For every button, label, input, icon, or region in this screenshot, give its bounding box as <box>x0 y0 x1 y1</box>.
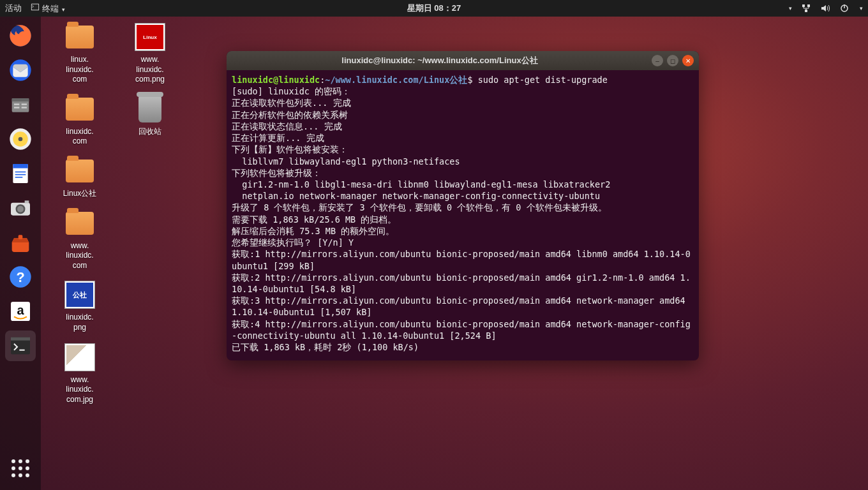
terminal-titlebar[interactable]: linuxidc@linuxidc: ~/www.linuxidc.com/Li… <box>227 51 699 70</box>
dock-files[interactable] <box>5 89 36 120</box>
dock-software[interactable] <box>5 227 36 258</box>
svg-rect-22 <box>15 177 23 178</box>
network-icon[interactable] <box>801 3 811 13</box>
svg-text:?: ? <box>16 269 24 285</box>
volume-icon[interactable] <box>820 3 830 13</box>
chevron-down-icon: ▾ <box>62 6 65 13</box>
desktop-icon[interactable]: linux.linuxidc.com <box>51 22 108 85</box>
folder-icon <box>66 212 94 235</box>
dock-firefox[interactable] <box>5 20 36 51</box>
top-bar: 活动 终端 ▾ 星期日 08：27 ▾ ▾ <box>0 0 868 17</box>
desktop-icon[interactable]: www.linuxidc.com <box>51 208 108 271</box>
apps-button[interactable] <box>5 453 36 484</box>
desktop-icon[interactable]: 公社linuxidc.png <box>51 279 108 332</box>
desktop: linux.linuxidc.comlinuxidc.comLinux公社www… <box>51 22 179 405</box>
svg-rect-10 <box>12 98 29 101</box>
desktop-icon[interactable]: Linuxwww.linuxidc.com.png <box>121 22 179 85</box>
folder-icon <box>66 98 94 121</box>
svg-rect-21 <box>15 174 26 175</box>
amazon-icon: a <box>8 299 33 324</box>
desktop-icon[interactable]: linuxidc.com <box>51 94 108 147</box>
dock-help[interactable]: ? <box>5 262 36 292</box>
dock-terminal[interactable] <box>5 330 36 361</box>
folder-icon <box>66 160 94 182</box>
svg-rect-33 <box>11 338 30 341</box>
writer-icon <box>8 161 33 186</box>
terminal-body[interactable]: linuxidc@linuxidc:~/www.linuxidc.com/Lin… <box>227 70 699 360</box>
svg-point-25 <box>17 206 24 212</box>
image-thumbnail-icon: 公社 <box>64 281 95 309</box>
firefox-icon <box>8 23 33 48</box>
svg-text:a: a <box>17 303 24 317</box>
terminal-small-icon <box>31 3 40 11</box>
app-menu[interactable]: 终端 ▾ <box>31 3 65 15</box>
input-source-indicator[interactable]: ▾ <box>789 5 792 11</box>
dock-thunderbird[interactable] <box>5 55 36 85</box>
folder-icon <box>66 26 94 48</box>
svg-rect-11 <box>14 103 19 105</box>
window-title: linuxidc@linuxidc: ~/www.linuxidc.com/Li… <box>232 55 648 66</box>
desktop-icon-label: www.linuxidc.com.png <box>135 55 165 85</box>
window-close-button[interactable]: ✕ <box>682 55 694 66</box>
image-thumbnail-icon <box>64 343 95 371</box>
terminal-icon <box>8 333 33 359</box>
desktop-icon-label: linuxidc.com <box>66 127 93 147</box>
svg-rect-14 <box>22 107 27 108</box>
desktop-icon[interactable]: 回收站 <box>121 94 179 137</box>
dock-amazon[interactable]: a <box>5 296 36 327</box>
svg-rect-3 <box>807 4 810 7</box>
dock-writer[interactable] <box>5 158 36 189</box>
window-maximize-button[interactable]: ◻ <box>667 55 678 66</box>
desktop-icon-label: linux.linuxidc.com <box>66 55 93 85</box>
dock: ? a <box>0 17 41 490</box>
clock[interactable]: 星期日 08：27 <box>407 3 461 14</box>
image-thumbnail-icon: Linux <box>135 23 165 51</box>
dock-camera[interactable] <box>5 193 36 223</box>
svg-rect-12 <box>14 107 19 108</box>
activities-button[interactable]: 活动 <box>5 3 22 14</box>
system-menu-chevron-icon[interactable]: ▾ <box>860 5 863 11</box>
desktop-icon[interactable]: www.linuxidc.com.jpg <box>51 342 108 405</box>
svg-rect-2 <box>802 4 805 7</box>
files-icon <box>8 92 33 117</box>
software-icon <box>8 230 33 255</box>
dock-rhythmbox[interactable] <box>5 124 36 154</box>
desktop-icon-label: Linux公社 <box>63 189 97 199</box>
trash-icon <box>138 96 161 122</box>
desktop-icon-label: 回收站 <box>138 127 161 137</box>
desktop-icon[interactable]: Linux公社 <box>51 156 108 199</box>
camera-icon <box>8 195 33 221</box>
svg-point-17 <box>19 137 23 142</box>
svg-rect-20 <box>15 172 26 173</box>
power-icon[interactable] <box>839 3 849 13</box>
svg-rect-4 <box>805 10 807 12</box>
svg-rect-13 <box>22 103 27 105</box>
window-minimize-button[interactable]: – <box>652 55 663 66</box>
desktop-icon-label: www.linuxidc.com <box>66 241 93 271</box>
thunderbird-icon <box>8 57 33 83</box>
help-icon: ? <box>8 264 33 290</box>
terminal-window: linuxidc@linuxidc: ~/www.linuxidc.com/Li… <box>227 51 699 360</box>
svg-rect-19 <box>13 164 27 168</box>
app-menu-label: 终端 <box>42 4 59 13</box>
desktop-icon-label: www.linuxidc.com.jpg <box>66 375 93 405</box>
svg-rect-26 <box>25 200 29 203</box>
svg-rect-27 <box>19 235 23 239</box>
rhythmbox-icon <box>8 126 33 152</box>
desktop-icon-label: linuxidc.png <box>66 313 93 332</box>
